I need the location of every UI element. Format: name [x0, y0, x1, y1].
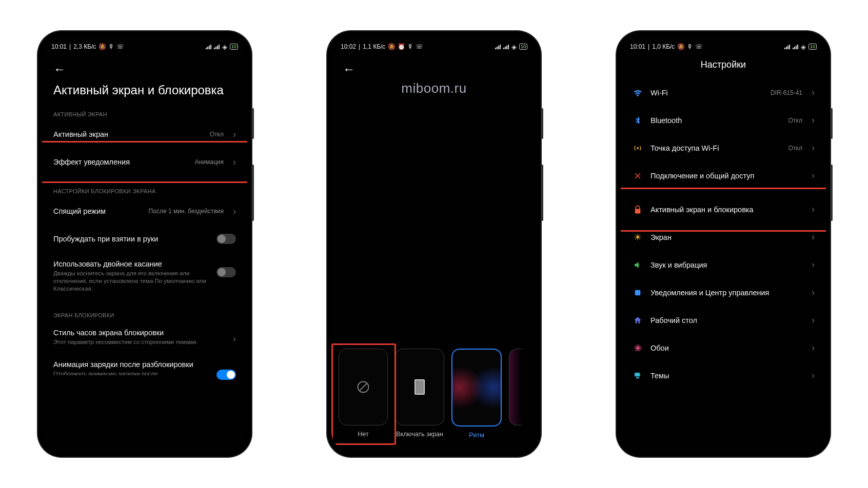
signal-icon-2 — [214, 45, 220, 49]
status-rate: 1,0 КБ/с — [652, 43, 675, 50]
screen-2: 10:02 | 1,1 КБ/с 🔕 ⏰ 🎙 ☏ ◈ 10 ← miboom.r… — [331, 36, 537, 452]
toggle-charge-anim[interactable] — [216, 370, 236, 380]
row-label: Рабочий стол — [650, 316, 802, 324]
effect-partial[interactable] — [509, 349, 522, 425]
effect-label: Нет — [358, 431, 368, 438]
battery-icon: 10 — [808, 44, 817, 50]
status-time: 10:01 — [51, 43, 67, 50]
toggle-raise[interactable] — [216, 234, 236, 244]
row-raise-to-wake[interactable]: Пробуждать при взятии в руки — [42, 225, 247, 253]
settings-item-home[interactable]: Рабочий стол › — [621, 307, 826, 334]
settings-item-lockscreen[interactable]: Активный экран и блокировка › — [621, 196, 826, 223]
chevron-right-icon: › — [812, 115, 815, 126]
signal-icon-2 — [793, 45, 798, 49]
dnd-icon: 🔕 — [388, 43, 396, 50]
chevron-right-icon: › — [812, 259, 815, 270]
signal-icon — [206, 45, 211, 49]
mic-icon: 🎙 — [108, 43, 114, 50]
row-value: Откл — [788, 145, 802, 152]
toggle-double-tap[interactable] — [216, 267, 236, 277]
wallpaper-icon: ❀ — [632, 342, 643, 354]
back-button[interactable]: ← — [331, 54, 537, 80]
svg-rect-4 — [635, 373, 640, 377]
row-value: Откл — [210, 131, 224, 138]
back-button[interactable]: ← — [42, 54, 247, 80]
chevron-right-icon: › — [233, 129, 236, 140]
row-double-tap[interactable]: Использовать двойное касание Дважды косн… — [42, 253, 247, 300]
effect-thumb-none — [339, 349, 388, 425]
phone-1: 10:01 | 2,3 КБ/с 🔕 🎙 ☏ ◈ 10 ← Активный э… — [38, 31, 251, 457]
settings-item-hotspot[interactable]: Точка доступа Wi-Fi Откл › — [621, 134, 826, 162]
row-label: Экран — [650, 233, 802, 241]
mic-icon: 🎙 — [407, 43, 413, 50]
wifi-icon: ◈ — [222, 43, 227, 51]
row-label: Обои — [650, 344, 802, 352]
section-lockscreen: ЭКРАН БЛОКИРОВКИ — [42, 306, 247, 321]
sun-icon: ☀ — [632, 232, 643, 243]
row-label: Стиль часов экрана блокировки — [53, 329, 224, 337]
mic-icon: 🎙 — [687, 43, 693, 50]
effect-thumb-rhythm — [451, 349, 502, 426]
svg-point-2 — [637, 147, 639, 149]
effect-wake-screen[interactable]: Включать экран — [395, 349, 444, 438]
signal-icon-2 — [503, 45, 509, 49]
chevron-right-icon: › — [233, 157, 236, 168]
row-label: Эффект уведомления — [53, 158, 188, 166]
status-rate: 1,1 КБ/с — [363, 43, 385, 50]
chevron-right-icon: › — [812, 342, 815, 353]
status-rate: 2,3 КБ/с — [73, 43, 96, 50]
chevron-right-icon: › — [812, 87, 815, 98]
row-active-screen[interactable]: Активный экран Откл › — [42, 120, 247, 148]
status-time: 10:02 — [341, 43, 356, 50]
speaker-icon — [632, 259, 643, 271]
row-charge-animation[interactable]: Анимация зарядки после разблокировки Ото… — [42, 353, 247, 380]
dnd-icon: 🔕 — [677, 43, 685, 50]
settings-item-display[interactable]: ☀ Экран › — [621, 223, 826, 251]
chevron-right-icon: › — [812, 315, 815, 326]
effect-rhythm[interactable]: Ритм — [451, 349, 502, 439]
row-label: Подключение и общий доступ — [650, 172, 802, 180]
row-label: Активный экран и блокировка — [650, 206, 802, 214]
chevron-right-icon: › — [233, 334, 236, 344]
row-notification-effect[interactable]: Эффект уведомления Анимация › — [42, 148, 247, 176]
settings-item-themes[interactable]: Темы › — [621, 362, 826, 390]
effect-label: Ритм — [469, 432, 484, 439]
row-value: Анимация — [195, 158, 224, 166]
row-clock-style[interactable]: Стиль часов экрана блокировки Этот парам… — [42, 321, 247, 353]
chevron-right-icon: › — [812, 170, 815, 181]
dnd-icon: 🔕 — [98, 43, 106, 50]
wifi-icon: ◈ — [511, 43, 517, 51]
settings-item-sharing[interactable]: Подключение и общий доступ › — [621, 162, 826, 190]
settings-item-bluetooth[interactable]: Bluetooth Откл › — [621, 107, 826, 134]
alarm-icon: ⏰ — [398, 43, 405, 50]
row-label: Использовать двойное касание — [53, 260, 209, 268]
effect-none[interactable]: Нет — [339, 349, 388, 438]
section-active-screen: АКТИВНЫЙ ЭКРАН — [42, 105, 247, 120]
signal-icon — [495, 45, 501, 49]
screen-1: 10:01 | 2,3 КБ/с 🔕 🎙 ☏ ◈ 10 ← Активный э… — [42, 36, 247, 452]
lock-icon — [632, 204, 643, 215]
wifi-icon: ◈ — [801, 43, 806, 51]
status-time: 10:01 — [630, 43, 645, 50]
signal-icon — [784, 45, 790, 49]
effect-thumb-wake — [395, 349, 444, 425]
status-bar: 10:01 | 1,0 КБ/с 🔕 🎙 ☏ ◈ 10 — [621, 36, 826, 54]
row-sublabel: Этот параметр несовместим со сторонними … — [53, 338, 224, 346]
page-title: Настройки — [621, 54, 826, 79]
effect-label: Включать экран — [396, 431, 443, 438]
settings-item-wallpaper[interactable]: ❀ Обои › — [621, 334, 826, 362]
row-sleep[interactable]: Спящий режим После 1 мин. бездействия › — [42, 197, 247, 225]
battery-icon: 10 — [230, 44, 238, 50]
chevron-right-icon: › — [812, 287, 815, 298]
wifi-icon — [632, 87, 643, 98]
row-label: Bluetooth — [650, 116, 781, 125]
row-sublabel: Дважды коснитесь экрана для его включени… — [53, 270, 209, 293]
phone-icon — [415, 379, 425, 395]
settings-item-wifi[interactable]: Wi-Fi DIR-615-41 › — [621, 79, 826, 107]
row-label: Активный экран — [53, 130, 203, 138]
row-label: Спящий режим — [53, 207, 142, 215]
settings-item-sound[interactable]: Звук и вибрация › — [621, 251, 826, 279]
row-label: Точка доступа Wi-Fi — [650, 144, 781, 152]
settings-item-notifications[interactable]: Уведомления и Центр управления › — [621, 279, 826, 307]
bluetooth-icon — [632, 115, 643, 126]
